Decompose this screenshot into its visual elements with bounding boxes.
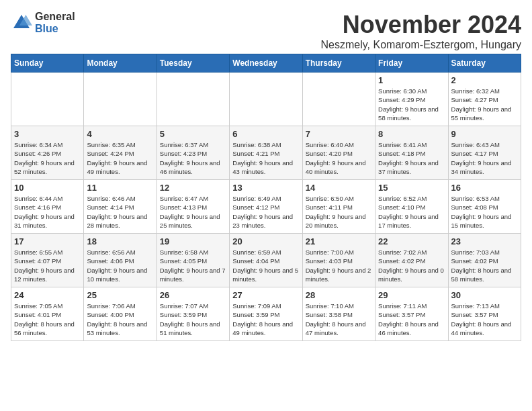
day-header-wednesday: Wednesday	[230, 54, 302, 73]
day-number: 20	[232, 236, 299, 246]
day-cell: 6Sunrise: 6:38 AMSunset: 4:21 PMDaylight…	[230, 126, 302, 180]
day-cell: 30Sunrise: 7:13 AMSunset: 3:57 PMDayligh…	[448, 287, 521, 341]
day-cell: 8Sunrise: 6:41 AMSunset: 4:18 PMDaylight…	[375, 126, 448, 180]
day-info: Sunrise: 7:07 AMSunset: 3:59 PMDaylight:…	[160, 302, 226, 337]
day-number: 18	[87, 236, 153, 246]
day-info: Sunrise: 6:40 AMSunset: 4:20 PMDaylight:…	[306, 140, 372, 176]
week-row-4: 17Sunrise: 6:55 AMSunset: 4:07 PMDayligh…	[11, 234, 521, 287]
day-cell: 16Sunrise: 6:53 AMSunset: 4:08 PMDayligh…	[448, 180, 521, 234]
day-cell: 7Sunrise: 6:40 AMSunset: 4:20 PMDaylight…	[302, 126, 375, 180]
day-number: 24	[14, 290, 81, 300]
day-info: Sunrise: 6:52 AMSunset: 4:10 PMDaylight:…	[378, 194, 445, 230]
day-number: 17	[14, 236, 81, 246]
day-info: Sunrise: 6:49 AMSunset: 4:12 PMDaylight:…	[232, 194, 299, 230]
day-number: 11	[87, 183, 153, 193]
day-info: Sunrise: 6:30 AMSunset: 4:29 PMDaylight:…	[378, 87, 445, 122]
day-info: Sunrise: 6:55 AMSunset: 4:07 PMDaylight:…	[14, 248, 81, 283]
month-title: November 2024	[321, 11, 521, 39]
day-info: Sunrise: 7:03 AMSunset: 4:02 PMDaylight:…	[451, 248, 518, 283]
day-number: 19	[160, 236, 226, 246]
day-info: Sunrise: 7:05 AMSunset: 4:01 PMDaylight:…	[14, 302, 81, 337]
day-info: Sunrise: 6:38 AMSunset: 4:21 PMDaylight:…	[232, 140, 299, 176]
day-cell: 15Sunrise: 6:52 AMSunset: 4:10 PMDayligh…	[375, 180, 448, 234]
day-info: Sunrise: 7:13 AMSunset: 3:57 PMDaylight:…	[451, 302, 518, 337]
logo-blue: Blue	[35, 23, 75, 35]
day-number: 25	[87, 290, 153, 300]
day-info: Sunrise: 6:53 AMSunset: 4:08 PMDaylight:…	[451, 194, 518, 230]
day-info: Sunrise: 6:44 AMSunset: 4:16 PMDaylight:…	[14, 194, 81, 230]
day-number: 16	[451, 183, 518, 193]
day-info: Sunrise: 6:46 AMSunset: 4:14 PMDaylight:…	[87, 194, 153, 230]
title-area: November 2024 Neszmely, Komarom-Esztergo…	[321, 11, 521, 51]
day-info: Sunrise: 6:43 AMSunset: 4:17 PMDaylight:…	[451, 140, 518, 176]
day-number: 30	[451, 290, 518, 300]
day-header-friday: Friday	[375, 54, 448, 73]
day-info: Sunrise: 7:09 AMSunset: 3:59 PMDaylight:…	[232, 302, 299, 337]
day-cell: 29Sunrise: 7:11 AMSunset: 3:57 PMDayligh…	[375, 287, 448, 341]
day-info: Sunrise: 6:41 AMSunset: 4:18 PMDaylight:…	[378, 140, 445, 176]
day-cell: 24Sunrise: 7:05 AMSunset: 4:01 PMDayligh…	[11, 287, 84, 341]
day-number: 7	[306, 129, 372, 139]
day-cell: 20Sunrise: 6:59 AMSunset: 4:04 PMDayligh…	[230, 234, 302, 287]
day-info: Sunrise: 6:58 AMSunset: 4:05 PMDaylight:…	[160, 248, 226, 283]
day-cell: 23Sunrise: 7:03 AMSunset: 4:02 PMDayligh…	[448, 234, 521, 287]
week-row-3: 10Sunrise: 6:44 AMSunset: 4:16 PMDayligh…	[11, 180, 521, 234]
day-cell: 5Sunrise: 6:37 AMSunset: 4:23 PMDaylight…	[157, 126, 229, 180]
day-number: 13	[232, 183, 299, 193]
day-number: 3	[14, 129, 81, 139]
day-info: Sunrise: 6:50 AMSunset: 4:11 PMDaylight:…	[306, 194, 372, 230]
logo-icon	[11, 12, 32, 34]
day-cell	[157, 73, 229, 126]
day-cell: 22Sunrise: 7:02 AMSunset: 4:02 PMDayligh…	[375, 234, 448, 287]
day-number: 4	[87, 129, 153, 139]
day-cell: 19Sunrise: 6:58 AMSunset: 4:05 PMDayligh…	[157, 234, 229, 287]
day-cell	[230, 73, 302, 126]
week-row-2: 3Sunrise: 6:34 AMSunset: 4:26 PMDaylight…	[11, 126, 521, 180]
day-cell: 14Sunrise: 6:50 AMSunset: 4:11 PMDayligh…	[302, 180, 375, 234]
day-info: Sunrise: 6:32 AMSunset: 4:27 PMDaylight:…	[451, 87, 518, 122]
day-info: Sunrise: 7:02 AMSunset: 4:02 PMDaylight:…	[378, 248, 445, 283]
day-info: Sunrise: 6:37 AMSunset: 4:23 PMDaylight:…	[160, 140, 226, 176]
calendar-table: SundayMondayTuesdayWednesdayThursdayFrid…	[11, 54, 521, 341]
day-header-tuesday: Tuesday	[157, 54, 229, 73]
day-number: 9	[451, 129, 518, 139]
day-info: Sunrise: 7:11 AMSunset: 3:57 PMDaylight:…	[378, 302, 445, 337]
day-cell: 11Sunrise: 6:46 AMSunset: 4:14 PMDayligh…	[84, 180, 157, 234]
day-cell: 9Sunrise: 6:43 AMSunset: 4:17 PMDaylight…	[448, 126, 521, 180]
day-cell: 26Sunrise: 7:07 AMSunset: 3:59 PMDayligh…	[157, 287, 229, 341]
day-info: Sunrise: 6:47 AMSunset: 4:13 PMDaylight:…	[160, 194, 226, 230]
day-number: 15	[378, 183, 445, 193]
day-number: 26	[160, 290, 226, 300]
day-cell: 17Sunrise: 6:55 AMSunset: 4:07 PMDayligh…	[11, 234, 84, 287]
logo-general: General	[35, 11, 75, 23]
day-number: 8	[378, 129, 445, 139]
logo-text: General Blue	[35, 11, 75, 34]
day-number: 10	[14, 183, 81, 193]
day-cell	[84, 73, 157, 126]
week-row-5: 24Sunrise: 7:05 AMSunset: 4:01 PMDayligh…	[11, 287, 521, 341]
day-info: Sunrise: 7:10 AMSunset: 3:58 PMDaylight:…	[306, 302, 372, 337]
day-number: 14	[306, 183, 372, 193]
day-cell: 21Sunrise: 7:00 AMSunset: 4:03 PMDayligh…	[302, 234, 375, 287]
day-cell: 2Sunrise: 6:32 AMSunset: 4:27 PMDaylight…	[448, 73, 521, 126]
day-cell: 12Sunrise: 6:47 AMSunset: 4:13 PMDayligh…	[157, 180, 229, 234]
week-row-1: 1Sunrise: 6:30 AMSunset: 4:29 PMDaylight…	[11, 73, 521, 126]
subtitle: Neszmely, Komarom-Esztergom, Hungary	[321, 39, 521, 51]
day-info: Sunrise: 7:00 AMSunset: 4:03 PMDaylight:…	[306, 248, 372, 283]
day-number: 22	[378, 236, 445, 246]
day-cell	[11, 73, 84, 126]
day-info: Sunrise: 7:06 AMSunset: 4:00 PMDaylight:…	[87, 302, 153, 337]
day-header-thursday: Thursday	[302, 54, 375, 73]
header-row: SundayMondayTuesdayWednesdayThursdayFrid…	[11, 54, 521, 73]
day-number: 23	[451, 236, 518, 246]
day-header-saturday: Saturday	[448, 54, 521, 73]
day-info: Sunrise: 6:59 AMSunset: 4:04 PMDaylight:…	[232, 248, 299, 283]
day-cell: 28Sunrise: 7:10 AMSunset: 3:58 PMDayligh…	[302, 287, 375, 341]
day-header-sunday: Sunday	[11, 54, 84, 73]
day-number: 6	[232, 129, 299, 139]
day-number: 1	[378, 75, 445, 85]
day-number: 28	[306, 290, 372, 300]
day-number: 21	[306, 236, 372, 246]
header: General Blue November 2024 Neszmely, Kom…	[11, 11, 521, 51]
day-info: Sunrise: 6:35 AMSunset: 4:24 PMDaylight:…	[87, 140, 153, 176]
